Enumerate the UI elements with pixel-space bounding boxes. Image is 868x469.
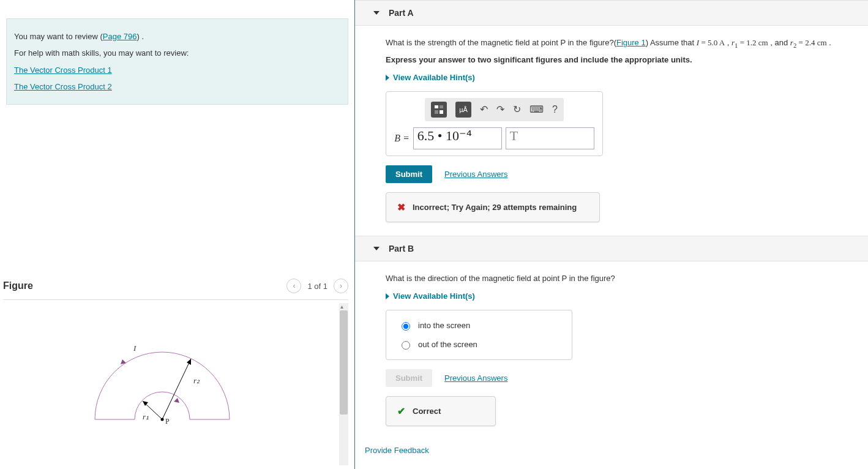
part-a-submit-row: Submit Previous Answers <box>386 165 856 183</box>
template-tool-button[interactable] <box>431 102 447 118</box>
part-a-instruction: Express your answer to two significant f… <box>386 54 856 67</box>
right-panel: Part A What is the strength of the magne… <box>355 0 868 469</box>
page-796-link[interactable]: Page 796 <box>103 32 137 41</box>
review-line-2: For help with math skills, you may want … <box>14 45 340 61</box>
figure-next-button[interactable]: › <box>334 279 348 293</box>
units-tool-button[interactable]: µÅ <box>455 102 471 118</box>
review-line-1: You may want to review (Page 796) . <box>14 28 340 45</box>
figure-nav: ‹ 1 of 1 › <box>286 279 348 293</box>
collapse-icon <box>373 247 380 250</box>
radio-into-screen[interactable] <box>402 322 410 331</box>
part-b-previous-answers-link[interactable]: Previous Answers <box>444 373 507 383</box>
equation-toolbar: µÅ ↶ ↷ ↻ ⌨ ? <box>425 98 564 121</box>
value-input[interactable]: 6.5 • 10⁻⁴ <box>413 127 502 149</box>
equation-label: B = <box>394 133 410 144</box>
part-b-submit-button: Submit <box>386 369 432 387</box>
part-a-hints-toggle[interactable]: View Available Hint(s) <box>386 73 856 82</box>
figure-prev-button[interactable]: ‹ <box>286 279 301 293</box>
vector-cross-product-2-link[interactable]: The Vector Cross Product 2 <box>14 82 112 91</box>
part-b-header[interactable]: Part B <box>355 236 868 261</box>
help-icon[interactable]: ? <box>552 104 558 115</box>
part-a-body: What is the strength of the magnetic fie… <box>355 26 868 236</box>
vector-cross-product-1-link[interactable]: The Vector Cross Product 1 <box>14 66 112 75</box>
option-into-screen[interactable]: into the screen <box>398 320 559 331</box>
part-a-submit-button[interactable]: Submit <box>386 165 432 183</box>
svg-marker-3 <box>174 398 179 403</box>
part-a-previous-answers-link[interactable]: Previous Answers <box>444 170 507 179</box>
caret-right-icon <box>386 293 389 299</box>
figure-title: Figure <box>3 280 33 291</box>
part-b-feedback: ✔ Correct <box>386 396 496 426</box>
part-b-options: into the screen out of the screen <box>386 310 572 360</box>
part-b-body: What is the direction of the magnetic fi… <box>355 261 868 440</box>
label-I: I <box>133 343 136 353</box>
svg-marker-2 <box>121 359 126 364</box>
part-a-question: What is the strength of the magnetic fie… <box>386 37 856 51</box>
part-a-feedback: ✖ Incorrect; Try Again; 29 attempts rema… <box>386 192 600 222</box>
label-r1: r₁ <box>143 412 149 422</box>
option-out-of-screen-label: out of the screen <box>418 340 477 349</box>
figure-scrollbar[interactable] <box>339 303 348 465</box>
figure-1-link[interactable]: Figure 1 <box>616 38 646 47</box>
option-into-screen-label: into the screen <box>418 321 470 330</box>
svg-rect-11 <box>435 110 438 114</box>
reset-icon[interactable]: ↻ <box>513 103 521 115</box>
svg-rect-9 <box>435 105 438 108</box>
keyboard-icon[interactable]: ⌨ <box>529 103 544 115</box>
figure-header: Figure ‹ 1 of 1 › <box>3 279 348 300</box>
undo-icon[interactable]: ↶ <box>480 103 488 115</box>
part-b-submit-row: Submit Previous Answers <box>386 369 856 387</box>
provide-feedback-link[interactable]: Provide Feedback <box>355 440 868 455</box>
review-hints-box: You may want to review (Page 796) . For … <box>6 18 348 105</box>
part-a-header[interactable]: Part A <box>355 0 868 26</box>
radio-out-of-screen[interactable] <box>402 341 410 350</box>
svg-point-8 <box>161 418 164 421</box>
scroll-thumb[interactable] <box>340 310 348 415</box>
svg-rect-10 <box>440 105 443 108</box>
redo-icon[interactable]: ↷ <box>496 103 504 115</box>
part-b-feedback-text: Correct <box>413 407 441 416</box>
label-P: P <box>165 417 170 426</box>
label-r2: r₂ <box>193 376 200 386</box>
part-a-title: Part A <box>389 8 414 18</box>
figure-diagram: I r₁ r₂ P <box>89 346 236 427</box>
figure-counter: 1 of 1 <box>307 282 327 291</box>
svg-line-5 <box>162 359 191 419</box>
part-b-question: What is the direction of the magnetic fi… <box>386 272 856 285</box>
figure-body: I r₁ r₂ P <box>3 300 348 465</box>
part-b-title: Part B <box>389 244 414 253</box>
svg-rect-12 <box>440 110 443 114</box>
part-a-feedback-text: Incorrect; Try Again; 29 attempts remain… <box>413 203 577 212</box>
part-b-hints-toggle[interactable]: View Available Hint(s) <box>386 291 856 301</box>
option-out-of-screen[interactable]: out of the screen <box>398 339 559 350</box>
unit-input[interactable]: T <box>506 127 594 149</box>
incorrect-icon: ✖ <box>397 201 405 213</box>
left-panel: You may want to review (Page 796) . For … <box>0 0 355 469</box>
correct-icon: ✔ <box>397 405 405 417</box>
collapse-icon <box>373 11 380 15</box>
figure-section: Figure ‹ 1 of 1 › <box>3 279 348 465</box>
caret-right-icon <box>386 75 389 81</box>
answer-row: B = 6.5 • 10⁻⁴ T <box>394 127 594 149</box>
part-a-answer-box: µÅ ↶ ↷ ↻ ⌨ ? B = 6.5 • 10⁻⁴ T <box>386 91 603 156</box>
